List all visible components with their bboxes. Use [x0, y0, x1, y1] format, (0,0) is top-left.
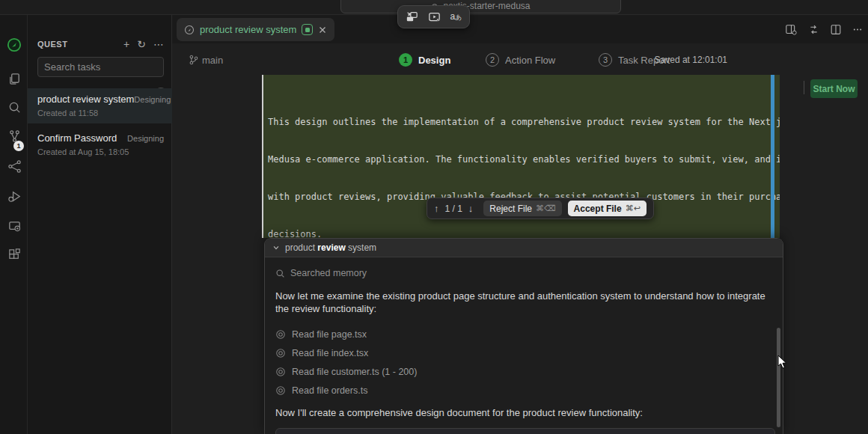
code-line: This design outlines the implementation …	[268, 116, 780, 129]
accept-kbd-hint: ⌘↩	[626, 204, 641, 213]
command-center-search[interactable]: nextis-starter-medusa	[340, 0, 621, 13]
task-row-confirm-password[interactable]: Confirm Password Designing Created at Au…	[28, 127, 172, 162]
floating-toolbar: aあ	[397, 5, 470, 28]
task-created: Created at 11:58	[37, 109, 164, 117]
saved-timestamp: Saved at 12:01:01	[655, 55, 727, 65]
agent-message: Now I'll create a comprehensive design d…	[275, 406, 765, 419]
sidebar-quest-panel: QUEST + ↻ ⋯ Search tasks IN PROGRESS 2 p…	[28, 15, 172, 434]
task-name: Confirm Password	[37, 132, 127, 144]
searched-memory-row[interactable]: Searched memory	[275, 268, 772, 278]
search-tasks-input[interactable]: Search tasks	[37, 57, 164, 77]
eye-icon	[275, 329, 286, 340]
tab-product-review-system[interactable]: product review system	[177, 18, 334, 41]
editor-header-row: main 1 Design 2 Action Flow 3 Task Repor…	[172, 43, 868, 76]
tab-modified-badge	[302, 24, 313, 35]
compare-changes-icon[interactable]	[807, 24, 820, 35]
task-row-product-review-system[interactable]: product review system Designing Created …	[28, 88, 172, 123]
task-name: product review system	[37, 94, 134, 105]
step-number: 3	[599, 53, 612, 67]
activity-bar: 1	[0, 15, 28, 434]
code-line: decisions.	[268, 228, 780, 238]
agent-panel-body: Searched memory Now let me examine the e…	[265, 258, 783, 434]
close-icon[interactable]	[318, 25, 327, 34]
mouse-cursor	[777, 355, 789, 370]
read-file-row[interactable]: Read file customer.ts (1 - 200)	[275, 362, 772, 381]
video-sparkle-icon[interactable]	[428, 11, 441, 22]
step-number: 1	[399, 53, 412, 67]
eye-icon	[275, 385, 286, 396]
search-icon	[275, 269, 285, 278]
divider	[804, 81, 804, 94]
panel-scrollbar[interactable]	[777, 328, 780, 427]
tab-actions	[785, 15, 864, 43]
sidebar-title: QUEST	[37, 40, 116, 49]
prev-change-button[interactable]: ↑	[434, 203, 439, 214]
read-file-row[interactable]: Read file index.tsx	[275, 343, 772, 362]
searched-memory-label: Searched memory	[290, 268, 367, 278]
task-status: Designing	[134, 95, 171, 104]
diff-action-widget: ↑ 1 / 1 ↓ Reject File ⌘⌫ Accept File ⌘↩	[427, 198, 654, 219]
branch-name: main	[202, 55, 223, 66]
extensions-icon[interactable]	[7, 247, 22, 262]
eye-icon	[275, 348, 286, 358]
diff-accent-border	[262, 75, 263, 238]
debug-icon[interactable]	[7, 189, 22, 204]
quest-tab-icon	[184, 25, 195, 35]
agent-panel-title: product review system	[285, 242, 376, 253]
reject-file-button[interactable]: Reject File ⌘⌫	[483, 201, 561, 216]
step-label: Action Flow	[505, 55, 555, 66]
step-number: 2	[486, 53, 499, 67]
files-icon[interactable]	[7, 71, 22, 86]
file-card[interactable]: product-review-functionality.md +689 M A…	[275, 428, 775, 434]
pipeline-icon[interactable]	[7, 159, 22, 174]
pip-icon[interactable]	[406, 11, 418, 22]
task-created: Created at Aug 15, 18:05	[37, 147, 164, 156]
task-status: Designing	[127, 134, 164, 143]
translate-icon[interactable]: aあ	[450, 11, 462, 22]
refresh-button[interactable]: ↻	[137, 39, 146, 49]
more-icon[interactable]	[852, 24, 864, 35]
accept-file-button[interactable]: Accept File ⌘↩	[568, 201, 647, 216]
agent-message: Now let me examine the existing product …	[275, 290, 765, 315]
activity-badge: 1	[13, 141, 24, 151]
search-tasks-placeholder: Search tasks	[44, 61, 100, 73]
change-counter: 1 / 1	[445, 204, 462, 214]
tab-label: product review system	[200, 24, 296, 35]
read-file-row[interactable]: Read file page.tsx	[275, 325, 772, 343]
diff-scrollbar[interactable]	[771, 75, 774, 238]
reject-kbd-hint: ⌘⌫	[536, 204, 556, 213]
split-editor-icon[interactable]	[830, 24, 842, 35]
step-action-flow[interactable]: 2 Action Flow	[486, 53, 555, 67]
add-task-button[interactable]: +	[123, 39, 129, 49]
next-change-button[interactable]: ↓	[468, 203, 474, 214]
agent-panel-header[interactable]: product review system	[265, 239, 783, 257]
code-line: Medusa e-commerce application. The funct…	[268, 153, 780, 166]
remote-icon[interactable]	[7, 218, 22, 233]
quest-icon[interactable]	[7, 37, 22, 52]
branch-indicator[interactable]: main	[189, 55, 223, 66]
start-now-button[interactable]: Start Now	[810, 79, 858, 98]
more-actions-button[interactable]: ⋯	[153, 39, 164, 49]
layout-panel-icon[interactable]	[785, 24, 798, 35]
read-file-row[interactable]: Read file orders.ts	[275, 381, 772, 400]
step-label: Design	[418, 55, 450, 66]
search-icon[interactable]	[7, 100, 22, 114]
read-file-list: Read file page.tsx Read file index.tsx R…	[275, 325, 772, 400]
tab-bar: product review system	[172, 15, 868, 43]
step-design[interactable]: 1 Design	[399, 53, 450, 67]
chevron-down-icon	[272, 244, 280, 251]
git-branch-icon	[189, 55, 198, 65]
sidebar-header: QUEST + ↻ ⋯	[37, 37, 164, 51]
agent-panel: product review system Searched memory No…	[264, 238, 783, 434]
eye-icon	[275, 367, 286, 377]
